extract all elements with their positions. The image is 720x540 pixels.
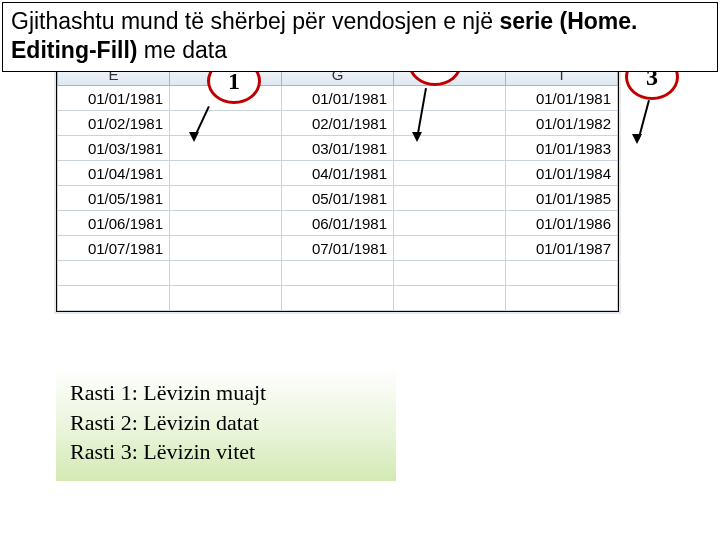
arrow-3-head-icon <box>632 134 642 144</box>
cell[interactable]: 01/01/1987 <box>506 236 618 261</box>
title-bold-2: Editing-Fill) <box>11 37 137 63</box>
arrow-1-head-icon <box>189 132 199 142</box>
title-callout: Gjithashtu mund të shërbej për vendosjen… <box>2 2 718 72</box>
cell[interactable] <box>394 286 506 311</box>
cell[interactable]: 06/01/1981 <box>282 211 394 236</box>
cell[interactable]: 01/01/1986 <box>506 211 618 236</box>
cell[interactable] <box>282 286 394 311</box>
cell[interactable]: 01/04/1981 <box>58 161 170 186</box>
cell[interactable] <box>170 161 282 186</box>
title-bold-1: serie (Home. <box>499 8 637 34</box>
cell[interactable]: 05/01/1981 <box>282 186 394 211</box>
table-row: 01/02/198102/01/198101/01/1982 <box>58 111 618 136</box>
cell[interactable]: 01/01/1982 <box>506 111 618 136</box>
title-text-post: me data <box>137 37 227 63</box>
cell[interactable] <box>394 136 506 161</box>
legend-line-3: Rasti 3: Lëvizin vitet <box>70 437 382 467</box>
cell[interactable] <box>170 286 282 311</box>
cell[interactable] <box>170 136 282 161</box>
legend-line-1: Rasti 1: Lëvizin muajt <box>70 378 382 408</box>
cell[interactable] <box>58 261 170 286</box>
table-row: 01/06/198106/01/198101/01/1986 <box>58 211 618 236</box>
cell[interactable] <box>394 186 506 211</box>
cell[interactable]: 01/01/1985 <box>506 186 618 211</box>
cell[interactable]: 07/01/1981 <box>282 236 394 261</box>
table-row: 01/07/198107/01/198101/01/1987 <box>58 236 618 261</box>
cell[interactable]: 02/01/1981 <box>282 111 394 136</box>
cell[interactable]: 01/05/1981 <box>58 186 170 211</box>
table-row <box>58 286 618 311</box>
step-number: 1 <box>228 68 240 95</box>
spreadsheet-grid: E F G H I 01/01/198101/01/198101/01/1981… <box>56 62 619 312</box>
table-row: 01/01/198101/01/198101/01/1981 <box>58 86 618 111</box>
table-row: 01/05/198105/01/198101/01/1985 <box>58 186 618 211</box>
cell[interactable] <box>506 261 618 286</box>
cell[interactable] <box>170 211 282 236</box>
legend-line-2: Rasti 2: Lëvizin datat <box>70 408 382 438</box>
cell[interactable] <box>394 161 506 186</box>
cell[interactable] <box>506 286 618 311</box>
cell[interactable]: 01/02/1981 <box>58 111 170 136</box>
cell[interactable]: 01/01/1981 <box>282 86 394 111</box>
cell[interactable]: 01/06/1981 <box>58 211 170 236</box>
cell[interactable]: 01/07/1981 <box>58 236 170 261</box>
cell[interactable] <box>170 111 282 136</box>
cell[interactable] <box>394 211 506 236</box>
cell[interactable]: 01/01/1984 <box>506 161 618 186</box>
title-text-pre: Gjithashtu mund të shërbej për vendosjen… <box>11 8 499 34</box>
cell[interactable] <box>394 236 506 261</box>
cell[interactable]: 01/01/1981 <box>506 86 618 111</box>
cell[interactable] <box>58 286 170 311</box>
cell[interactable]: 01/03/1981 <box>58 136 170 161</box>
table-row: 01/04/198104/01/198101/01/1984 <box>58 161 618 186</box>
cell[interactable] <box>394 111 506 136</box>
cell[interactable] <box>394 261 506 286</box>
cell[interactable] <box>282 261 394 286</box>
cell[interactable] <box>170 236 282 261</box>
cell[interactable]: 01/01/1983 <box>506 136 618 161</box>
cell[interactable]: 04/01/1981 <box>282 161 394 186</box>
cell[interactable] <box>170 261 282 286</box>
cell[interactable]: 01/01/1981 <box>58 86 170 111</box>
table-row: 01/03/198103/01/198101/01/1983 <box>58 136 618 161</box>
legend-box: Rasti 1: Lëvizin muajt Rasti 2: Lëvizin … <box>56 368 396 481</box>
cell[interactable] <box>394 86 506 111</box>
cell[interactable] <box>170 186 282 211</box>
table-row <box>58 261 618 286</box>
arrow-2-head-icon <box>412 132 422 142</box>
cell[interactable]: 03/01/1981 <box>282 136 394 161</box>
